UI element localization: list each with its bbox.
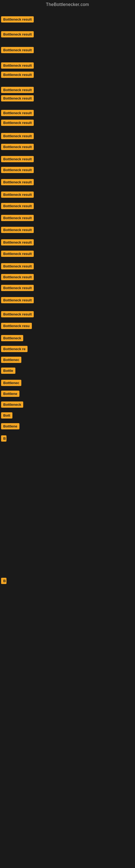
list-item: Bottleneck bbox=[1, 401, 23, 409]
bottleneck-badge: Bottleneck result bbox=[1, 263, 34, 269]
bottleneck-badge: Bottleneck result bbox=[1, 285, 34, 291]
bottleneck-badge: Bottlene bbox=[1, 423, 19, 429]
list-item: Bottleneck resu bbox=[1, 323, 32, 330]
bottleneck-badge: Bottleneck bbox=[1, 335, 23, 341]
list-item: Bottleneck result bbox=[1, 62, 34, 70]
list-item: Bottlene bbox=[1, 423, 19, 431]
list-item: Bottleneck result bbox=[1, 167, 34, 174]
list-item: Bottleneck result bbox=[1, 179, 34, 186]
list-item: Bottlenec bbox=[1, 357, 21, 364]
list-item: Bottleneck result bbox=[1, 191, 34, 199]
list-item: Bottlene bbox=[1, 391, 19, 398]
list-item: B bbox=[1, 435, 6, 443]
bottleneck-badge: B bbox=[1, 578, 6, 584]
list-item: Bottleneck result bbox=[1, 156, 34, 163]
list-item: Bottleneck result bbox=[1, 311, 34, 318]
list-item: Bottleneck result bbox=[1, 87, 34, 94]
bottleneck-badge: Bottleneck result bbox=[1, 203, 34, 209]
list-item: Bottleneck result bbox=[1, 144, 34, 151]
list-item: Bottleneck result bbox=[1, 297, 34, 304]
bottleneck-badge: Bottlenec bbox=[1, 357, 21, 363]
list-item: Bottle bbox=[1, 368, 15, 375]
bottleneck-badge: Bottleneck result bbox=[1, 87, 34, 93]
list-item: Bottleneck result bbox=[1, 72, 34, 79]
list-item: B bbox=[1, 578, 6, 585]
list-item: Bottleneck result bbox=[1, 263, 34, 271]
bottleneck-badge: Bottleneck result bbox=[1, 31, 34, 37]
bottleneck-badge: B bbox=[1, 435, 6, 442]
bottleneck-badge: Bottleneck result bbox=[1, 133, 34, 139]
list-item: Bottleneck result bbox=[1, 251, 34, 258]
bottleneck-badge: Bottleneck re bbox=[1, 346, 28, 352]
list-item: Bottleneck bbox=[1, 335, 23, 342]
list-item: Bottleneck result bbox=[1, 95, 34, 102]
bottleneck-badge: Bott bbox=[1, 412, 12, 418]
bottleneck-badge: Bottleneck result bbox=[1, 156, 34, 162]
list-item: Bottleneck result bbox=[1, 227, 34, 234]
bottleneck-badge: Bottleneck result bbox=[1, 62, 34, 69]
bottleneck-badge: Bottleneck bbox=[1, 401, 23, 408]
bottleneck-badge: Bottleneck result bbox=[1, 297, 34, 303]
bottleneck-badge: Bottle bbox=[1, 368, 15, 374]
list-item: Bottleneck result bbox=[1, 133, 34, 140]
site-title: TheBottlenecker.com bbox=[0, 0, 135, 8]
bottleneck-badge: Bottleneck result bbox=[1, 251, 34, 257]
list-item: Bottleneck result bbox=[1, 215, 34, 222]
bottleneck-badge: Bottleneck result bbox=[1, 47, 34, 53]
bottleneck-badge: Bottleneck result bbox=[1, 72, 34, 78]
bottleneck-badge: Bottleneck result bbox=[1, 110, 34, 116]
bottleneck-badge: Bottleneck result bbox=[1, 215, 34, 221]
list-item: Bottleneck result bbox=[1, 31, 34, 38]
list-item: Bottleneck result bbox=[1, 239, 34, 247]
bottleneck-badge: Bottleneck result bbox=[1, 95, 34, 101]
bottleneck-badge: Bottlenec bbox=[1, 380, 21, 386]
bottleneck-badge: Bottleneck result bbox=[1, 274, 34, 280]
list-item: Bottleneck re bbox=[1, 346, 28, 353]
list-item: Bottleneck result bbox=[1, 16, 34, 24]
bottleneck-badge: Bottleneck result bbox=[1, 311, 34, 317]
list-item: Bottleneck result bbox=[1, 203, 34, 210]
list-item: Bott bbox=[1, 412, 12, 420]
bottleneck-badge: Bottleneck result bbox=[1, 144, 34, 150]
items-wrapper: Bottleneck resultBottleneck resultBottle… bbox=[0, 8, 135, 865]
bottleneck-badge: Bottleneck result bbox=[1, 179, 34, 185]
bottleneck-badge: Bottleneck result bbox=[1, 239, 34, 246]
bottleneck-badge: Bottleneck result bbox=[1, 227, 34, 233]
list-item: Bottlenec bbox=[1, 380, 21, 387]
bottleneck-badge: Bottleneck result bbox=[1, 120, 34, 126]
bottleneck-badge: Bottleneck result bbox=[1, 167, 34, 173]
list-item: Bottleneck result bbox=[1, 110, 34, 117]
bottleneck-badge: Bottleneck resu bbox=[1, 323, 32, 329]
list-item: Bottleneck result bbox=[1, 274, 34, 281]
bottleneck-badge: Bottlene bbox=[1, 391, 19, 397]
bottleneck-badge: Bottleneck result bbox=[1, 16, 34, 23]
list-item: Bottleneck result bbox=[1, 120, 34, 127]
bottleneck-badge: Bottleneck result bbox=[1, 191, 34, 198]
list-item: Bottleneck result bbox=[1, 47, 34, 54]
list-item: Bottleneck result bbox=[1, 285, 34, 292]
